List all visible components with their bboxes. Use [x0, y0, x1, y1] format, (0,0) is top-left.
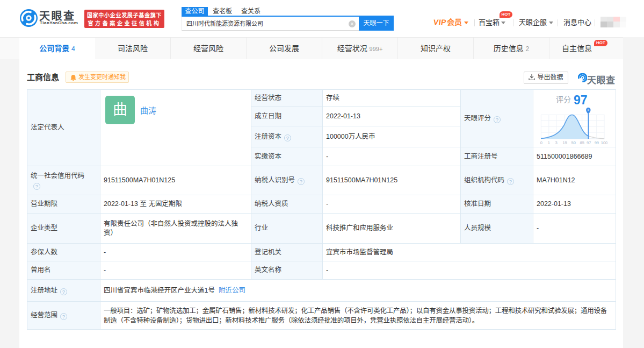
svg-text:15: 15 — [563, 140, 567, 145]
svg-text:1: 1 — [548, 140, 550, 145]
svg-text:85: 85 — [580, 140, 584, 145]
svg-text:97: 97 — [587, 140, 591, 145]
svg-text:99: 99 — [595, 140, 599, 145]
svg-text:50: 50 — [571, 140, 576, 145]
svg-text:3: 3 — [555, 140, 558, 145]
svg-text:0: 0 — [540, 140, 542, 145]
svg-text:100: 100 — [601, 140, 607, 145]
